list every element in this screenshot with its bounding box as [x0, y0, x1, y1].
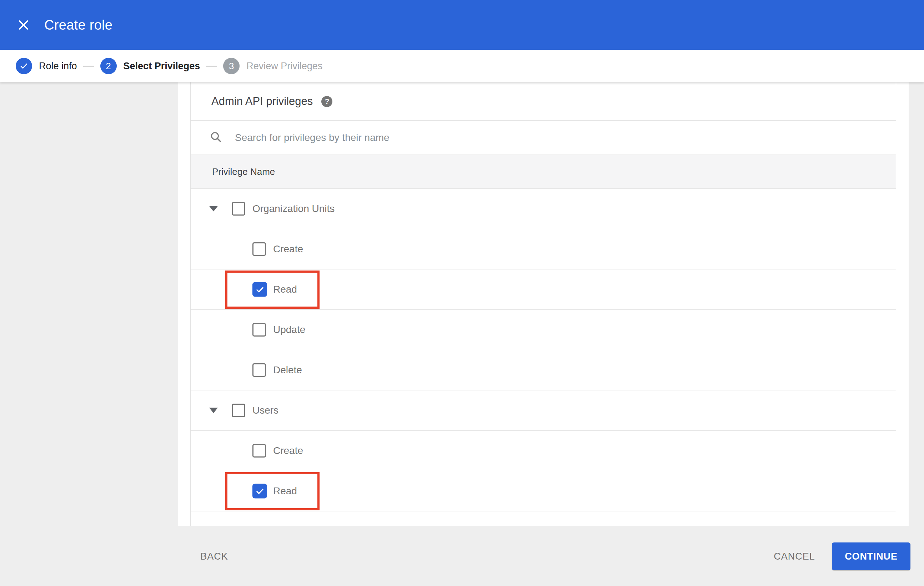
privilege-row: Create — [191, 229, 896, 270]
privilege-checkbox[interactable] — [252, 282, 267, 297]
triangle-down-icon[interactable] — [209, 408, 218, 413]
step-2-label: Select Privileges — [124, 61, 200, 72]
help-question-icon[interactable]: ? — [321, 96, 332, 107]
magnifier-icon — [210, 131, 223, 145]
step-divider-dash — [206, 66, 217, 67]
step-divider-dash — [83, 66, 94, 67]
triangle-down-icon[interactable] — [209, 206, 218, 212]
step-3-label: Review Privileges — [246, 61, 322, 72]
panel-heading-row: Admin API privileges ? — [191, 82, 896, 121]
privileges-panel: Admin API privileges ? Privilege Name — [190, 82, 896, 526]
privilege-row: Delete — [191, 350, 896, 390]
create-role-dialog: Create role Role info 2 Select Privilege… — [0, 0, 924, 586]
privilege-table-body: Organization UnitsCreateReadUpdateDelete… — [191, 189, 896, 526]
privilege-label: Create — [273, 244, 303, 255]
privilege-row: Create — [191, 431, 896, 471]
back-button[interactable]: BACK — [193, 542, 236, 570]
group-label: Users — [252, 405, 279, 416]
privilege-checkbox[interactable] — [252, 484, 267, 499]
continue-button[interactable]: CONTINUE — [832, 542, 911, 570]
privilege-checkbox[interactable] — [252, 323, 266, 337]
privilege-table-header: Privilege Name — [191, 155, 896, 189]
checkmark-icon — [19, 61, 28, 71]
main-area: Admin API privileges ? Privilege Name — [0, 82, 924, 526]
stepper-bar: Role info 2 Select Privileges 3 Review P… — [0, 50, 924, 82]
privilege-group-row: Users — [191, 390, 896, 431]
privilege-row: Read — [191, 270, 896, 310]
privilege-label: Read — [273, 284, 297, 295]
step-1-circle[interactable] — [16, 58, 32, 74]
privilege-search-row — [191, 121, 896, 155]
privilege-name-column-header: Privilege Name — [212, 166, 275, 177]
privilege-row: Read — [191, 471, 896, 512]
privilege-checkbox[interactable] — [252, 363, 266, 377]
step-select-privileges[interactable]: 2 Select Privileges — [100, 58, 200, 74]
checkmark-icon — [255, 285, 265, 295]
privilege-checkbox[interactable] — [252, 444, 266, 458]
partial-row — [191, 512, 896, 526]
panel-heading-text: Admin API privileges — [211, 95, 313, 108]
privilege-row: Update — [191, 310, 896, 350]
search-input[interactable] — [234, 121, 770, 155]
group-checkbox[interactable] — [232, 403, 245, 417]
panel-heading: Admin API privileges ? — [211, 95, 332, 108]
app-bar: Create role — [0, 0, 924, 50]
checkmark-icon — [255, 486, 265, 496]
step-role-info[interactable]: Role info — [16, 58, 77, 74]
step-review-privileges[interactable]: 3 Review Privileges — [223, 58, 322, 74]
privilege-label: Update — [273, 324, 305, 336]
privileges-card: Admin API privileges ? Privilege Name — [178, 82, 909, 526]
privilege-label: Delete — [273, 364, 302, 376]
step-1-label: Role info — [39, 61, 77, 72]
annotation-red-box — [225, 270, 320, 309]
privilege-label: Read — [273, 486, 297, 497]
step-3-circle[interactable]: 3 — [223, 58, 239, 74]
dialog-title: Create role — [44, 18, 112, 33]
annotation-red-box — [225, 472, 320, 510]
group-label: Organization Units — [252, 203, 335, 214]
privilege-label: Create — [273, 445, 303, 456]
step-2-circle[interactable]: 2 — [100, 58, 117, 74]
privilege-checkbox[interactable] — [252, 242, 266, 256]
close-x-icon[interactable] — [16, 18, 31, 32]
privilege-group-row: Organization Units — [191, 189, 896, 229]
group-checkbox[interactable] — [232, 202, 245, 216]
cancel-button[interactable]: CANCEL — [771, 542, 818, 570]
footer-bar: BACK CANCEL CONTINUE — [0, 526, 924, 586]
